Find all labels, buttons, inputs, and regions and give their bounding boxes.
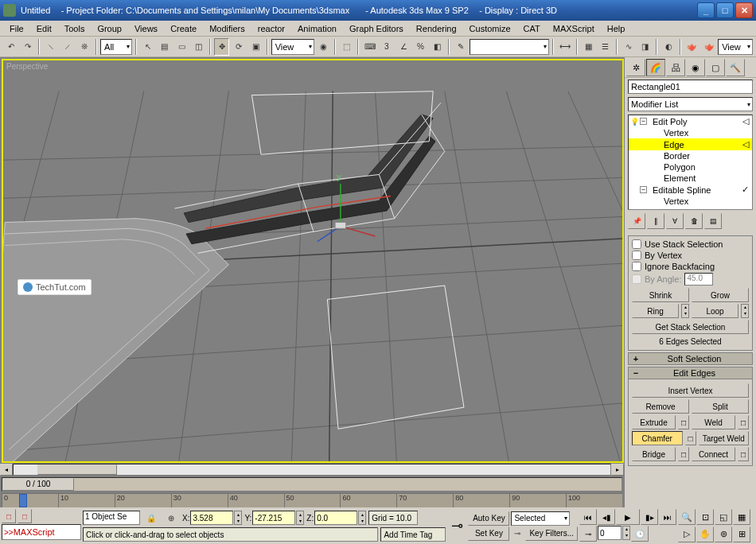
chamfer-button[interactable]: Chamfer bbox=[632, 431, 683, 445]
select-object-button[interactable]: ↖ bbox=[140, 38, 155, 56]
curve-editor-button[interactable]: ∿ bbox=[621, 38, 636, 56]
frame-spinner[interactable]: ▴▾ bbox=[622, 526, 630, 540]
select-by-name-button[interactable]: ▤ bbox=[157, 38, 172, 56]
menu-file[interactable]: File bbox=[3, 22, 30, 35]
select-move-button[interactable]: ✥ bbox=[214, 38, 229, 56]
menu-views[interactable]: Views bbox=[128, 22, 164, 35]
goto-end-button[interactable]: ⏭ bbox=[659, 509, 676, 525]
menu-edit[interactable]: Edit bbox=[30, 22, 58, 35]
menu-grapheditors[interactable]: Graph Editors bbox=[343, 22, 410, 35]
remove-button[interactable]: Remove bbox=[632, 399, 689, 414]
zoom-extents-all-button[interactable]: ▦ bbox=[733, 509, 750, 525]
ring-button[interactable]: Ring bbox=[632, 304, 679, 318]
redo-button[interactable]: ↷ bbox=[20, 38, 35, 56]
quick-render-button[interactable]: 🫖 bbox=[701, 38, 716, 56]
modifier-stack[interactable]: 💡−Edit Poly◁ Vertex Edge◁ Border Polygon… bbox=[628, 115, 753, 210]
connect-button[interactable]: Connect bbox=[692, 447, 735, 461]
named-sel-edit-button[interactable]: ✎ bbox=[453, 38, 468, 56]
keyboard-shortcut-button[interactable]: ⌨ bbox=[362, 38, 377, 56]
configure-sets-button[interactable]: ▤ bbox=[704, 213, 722, 229]
key-mode-toggle[interactable]: ⊸ bbox=[579, 526, 597, 542]
zoom-all-button[interactable]: ⊡ bbox=[696, 509, 714, 525]
unlink-button[interactable]: ⟋ bbox=[60, 38, 76, 56]
tab-hierarchy[interactable]: 品 bbox=[666, 59, 685, 76]
stack-border[interactable]: Border bbox=[629, 150, 752, 161]
get-stack-selection-button[interactable]: Get Stack Selection bbox=[632, 320, 749, 334]
use-stack-selection-checkbox[interactable]: Use Stack Selection bbox=[632, 239, 749, 250]
y-coord-field[interactable]: -27.215 bbox=[252, 511, 295, 525]
menu-group[interactable]: Group bbox=[91, 22, 128, 35]
select-scale-button[interactable]: ▣ bbox=[247, 38, 263, 56]
tab-motion[interactable]: ◉ bbox=[686, 59, 705, 76]
hscroll-right[interactable]: ▸ bbox=[611, 464, 624, 476]
split-button[interactable]: Split bbox=[692, 399, 749, 414]
weld-button[interactable]: Weld bbox=[692, 415, 735, 429]
absolute-transform-button[interactable]: ⊕ bbox=[162, 509, 180, 527]
menu-cat[interactable]: CAT bbox=[517, 22, 547, 35]
z-spinner[interactable]: ▴▾ bbox=[358, 511, 366, 525]
pan-button[interactable]: ✋ bbox=[696, 527, 714, 542]
hscroll-left[interactable]: ◂ bbox=[0, 464, 13, 476]
pivot-center-button[interactable]: ◉ bbox=[316, 38, 331, 56]
stack-edit-poly[interactable]: 💡−Edit Poly◁ bbox=[629, 115, 752, 127]
shrink-button[interactable]: Shrink bbox=[632, 288, 689, 302]
menu-create[interactable]: Create bbox=[164, 22, 203, 35]
make-unique-button[interactable]: ∀ bbox=[666, 213, 684, 229]
named-selection-dropdown[interactable] bbox=[470, 39, 549, 55]
menu-tools[interactable]: Tools bbox=[58, 22, 92, 35]
modifier-list-dropdown[interactable]: Modifier List bbox=[628, 97, 753, 111]
edit-edges-rollout-head[interactable]: −Edit Edges bbox=[628, 367, 753, 379]
time-cursor[interactable] bbox=[19, 494, 27, 507]
loop-button[interactable]: Loop bbox=[692, 304, 738, 318]
tab-display[interactable]: ▢ bbox=[706, 59, 725, 76]
window-crossing-button[interactable]: ◫ bbox=[191, 38, 206, 56]
key-filters-button[interactable]: Key Filters... bbox=[525, 527, 578, 541]
pin-stack-button[interactable]: 📌 bbox=[628, 213, 645, 229]
selection-filter-dropdown[interactable]: All bbox=[100, 39, 132, 55]
maximize-viewport-button[interactable]: ⊞ bbox=[733, 527, 750, 542]
z-coord-field[interactable]: 0.0 bbox=[314, 511, 357, 525]
tab-utilities[interactable]: 🔨 bbox=[726, 59, 745, 76]
auto-key-button[interactable]: Auto Key bbox=[468, 511, 509, 526]
menu-help[interactable]: Help bbox=[601, 22, 632, 35]
time-config-button[interactable]: 🕒 bbox=[631, 526, 649, 542]
viewport-hscrollbar[interactable]: ◂ ▸ bbox=[0, 463, 624, 476]
tab-create[interactable]: ✲ bbox=[626, 59, 645, 76]
schematic-view-button[interactable]: ◨ bbox=[637, 38, 653, 56]
tab-modify[interactable]: 🌈 bbox=[646, 59, 665, 76]
select-rotate-button[interactable]: ⟳ bbox=[231, 38, 246, 56]
maxscript-mini-1[interactable]: □ bbox=[2, 509, 16, 523]
hscroll-thumb[interactable] bbox=[37, 464, 117, 475]
spinner-snap-button[interactable]: ◧ bbox=[430, 38, 445, 56]
prev-frame-button[interactable]: ◂▮ bbox=[598, 509, 615, 525]
set-key-key-button[interactable]: ⊸ bbox=[511, 527, 524, 541]
menu-maxscript[interactable]: MAXScript bbox=[547, 22, 601, 35]
stack-vertex[interactable]: Vertex bbox=[629, 127, 752, 138]
connect-settings-button[interactable]: □ bbox=[738, 447, 749, 461]
menu-animation[interactable]: Animation bbox=[291, 22, 343, 35]
extrude-settings-button[interactable]: □ bbox=[678, 415, 689, 429]
close-button[interactable]: ✕ bbox=[735, 2, 753, 18]
play-button[interactable]: ▶ bbox=[616, 509, 640, 525]
render-view-dropdown[interactable]: View bbox=[718, 39, 753, 55]
grow-button[interactable]: Grow bbox=[692, 288, 749, 302]
bind-spacewarp-button[interactable]: ❊ bbox=[77, 38, 92, 56]
menu-reactor[interactable]: reactor bbox=[251, 22, 291, 35]
time-tag-field[interactable]: Add Time Tag bbox=[380, 527, 446, 542]
menu-customize[interactable]: Customize bbox=[463, 22, 517, 35]
undo-button[interactable]: ↶ bbox=[3, 38, 18, 56]
fov-button[interactable]: ▷ bbox=[678, 527, 696, 542]
lock-selection-button[interactable]: 🔒 bbox=[142, 509, 160, 527]
extrude-button[interactable]: Extrude bbox=[632, 415, 676, 429]
insert-vertex-button[interactable]: Insert Vertex bbox=[632, 383, 749, 398]
ignore-backfacing-checkbox[interactable]: Ignore Backfacing bbox=[632, 261, 749, 272]
zoom-extents-button[interactable]: ◱ bbox=[715, 509, 732, 525]
select-region-button[interactable]: ▭ bbox=[174, 38, 189, 56]
ref-coord-dropdown[interactable]: View bbox=[271, 39, 314, 55]
remove-modifier-button[interactable]: 🗑 bbox=[685, 213, 703, 229]
stack-edge[interactable]: Edge◁ bbox=[629, 138, 752, 150]
soft-selection-rollout-head[interactable]: +Soft Selection bbox=[628, 352, 753, 365]
minimize-button[interactable]: _ bbox=[697, 2, 715, 18]
arc-rotate-button[interactable]: ⊚ bbox=[715, 527, 732, 542]
snap-toggle-button[interactable]: 3 bbox=[379, 38, 394, 56]
